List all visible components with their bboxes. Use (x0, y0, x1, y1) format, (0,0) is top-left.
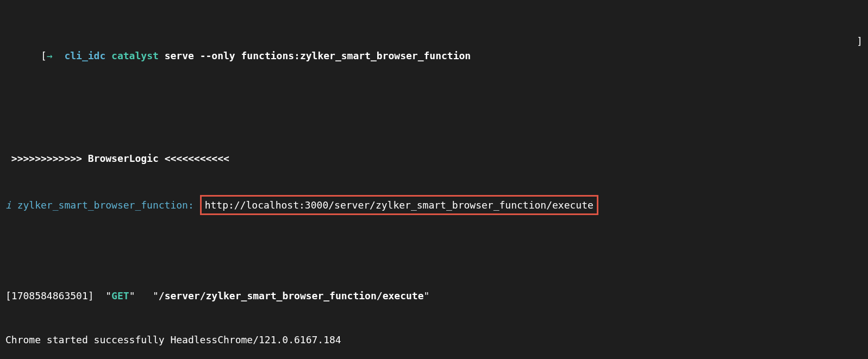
prompt-open-bracket: [ (41, 50, 47, 61)
section-header-line: >>>>>>>>>>>> BrowserLogic <<<<<<<<<<< (5, 151, 863, 166)
log-bracket-close: ] (88, 290, 94, 301)
section-chevrons-right: <<<<<<<<<<< (165, 153, 229, 164)
blank-line-2 (5, 244, 863, 259)
log-line-1: [1708584863501] "GET" "/server/zylker_sm… (5, 288, 863, 303)
log-quote: " (129, 290, 135, 301)
section-chevrons-left: >>>>>>>>>>>> (11, 153, 82, 164)
log-quote: " (424, 290, 430, 301)
command-args: serve --only functions:zylker_smart_brow… (165, 50, 471, 61)
terminal-output[interactable]: [→ cli_idc catalyst serve --only functio… (5, 4, 863, 359)
function-name-label: zylker_smart_browser_function: (17, 199, 194, 211)
log-timestamp-1: 1708584863501 (11, 290, 88, 301)
prompt-context: cli_idc (64, 50, 105, 61)
chrome-start-line: Chrome started successfully HeadlessChro… (5, 332, 863, 347)
prompt-arrow-icon: → (47, 50, 53, 61)
section-title: BrowserLogic (88, 153, 159, 164)
log-quote: " (105, 290, 111, 301)
info-icon: i (5, 199, 11, 211)
prompt-close-bracket: ] (857, 34, 863, 78)
log-quote: " (153, 290, 159, 301)
blank-line (5, 107, 863, 122)
chrome-status: Chrome started successfully HeadlessChro… (5, 334, 341, 345)
command-main: catalyst (111, 50, 159, 61)
prompt-line: [→ cli_idc catalyst serve --only functio… (5, 34, 863, 78)
log-path-1: /server/zylker_smart_browser_function/ex… (159, 290, 424, 301)
log-method-1: GET (111, 290, 129, 301)
function-url[interactable]: http://localhost:3000/server/zylker_smar… (200, 195, 598, 215)
log-bracket-open: [ (5, 290, 11, 301)
info-line: i zylker_smart_browser_function: http://… (5, 195, 863, 215)
